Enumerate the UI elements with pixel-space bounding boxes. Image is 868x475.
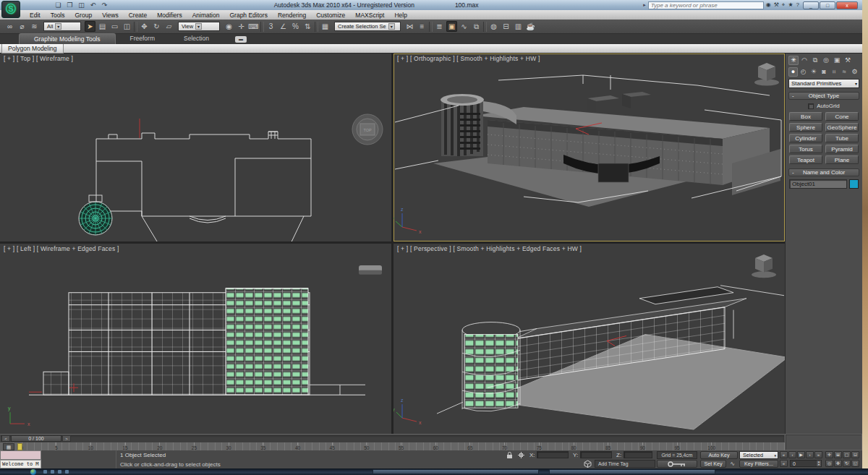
schematic-view-icon[interactable]: ⧉	[471, 21, 482, 32]
select-and-scale-icon[interactable]: ▱	[163, 21, 174, 32]
orbit-icon[interactable]: ↻	[843, 460, 851, 467]
taskbar-button[interactable]	[549, 469, 715, 474]
primitive-button[interactable]: Cone	[825, 112, 859, 121]
primitive-button[interactable]: Plane	[825, 155, 859, 164]
redo-icon[interactable]: ↷	[100, 1, 109, 9]
add-time-tag[interactable]: Add Time Tag	[595, 460, 655, 468]
primitive-button[interactable]: GeoSphere	[825, 123, 859, 132]
primitive-button[interactable]: Sphere	[789, 123, 822, 132]
toolbar-separator[interactable]	[134, 22, 137, 32]
helpers-category-icon[interactable]: ⌗	[830, 67, 839, 77]
time-slider-handle[interactable]: 0 / 100	[11, 435, 61, 442]
welcome-window-caption[interactable]: Welcome to M	[0, 460, 41, 468]
tower-wireframe[interactable]	[462, 322, 520, 411]
zoom-extents-icon[interactable]: ▢	[843, 451, 851, 458]
viewcube-left[interactable]	[359, 265, 382, 275]
select-and-link-icon[interactable]: ∞	[4, 21, 15, 32]
primitive-button[interactable]: Cylinder	[789, 134, 822, 142]
zoom-region-icon[interactable]: ◎	[825, 460, 833, 467]
menu-item[interactable]: Tools	[46, 12, 70, 19]
systems-category-icon[interactable]: ⚙	[850, 67, 859, 77]
primitive-button[interactable]: Box	[789, 112, 822, 121]
display-tab-icon[interactable]: ▣	[832, 56, 842, 65]
quick-launch-icons[interactable]	[43, 470, 69, 474]
zoom-extents-all-icon[interactable]: ⊡	[851, 451, 859, 458]
spiral-ramp-object[interactable]	[79, 195, 112, 235]
edit-named-selection-sets-icon[interactable]: ▦	[320, 21, 331, 32]
close-button[interactable]: x	[836, 1, 858, 9]
object-color-swatch[interactable]	[849, 179, 859, 189]
viewcube-ortho[interactable]	[754, 63, 779, 86]
minimize-button[interactable]: _	[803, 1, 819, 9]
track-bar[interactable]: ▦ 05101520253035404550556065707580859095…	[0, 442, 785, 450]
binoculars-search-icon[interactable]: ◉	[766, 1, 771, 9]
toolbar-separator[interactable]	[260, 22, 264, 32]
open-mini-curve-editor-icon[interactable]: ▦	[3, 443, 14, 450]
selection-set-key-dropdown[interactable]: Selected ▾	[739, 451, 778, 459]
viewcube-top[interactable]: TOP	[352, 114, 383, 145]
select-and-manipulate-icon[interactable]: ✛	[236, 21, 247, 32]
ribbon-tab[interactable]: Freeform	[116, 33, 169, 44]
infocenter-search-input[interactable]	[648, 1, 764, 9]
key-mode-toggle[interactable]: «	[780, 460, 788, 467]
rendered-frame-window-icon[interactable]: ▥	[513, 21, 524, 32]
keyboard-shortcut-override-icon[interactable]: ⌨	[248, 21, 259, 32]
ribbon-tab[interactable]: Graphite Modeling Tools	[19, 33, 116, 44]
selection-filter-dropdown[interactable]: All▾	[43, 22, 81, 31]
primitive-button[interactable]: Teapot	[789, 155, 822, 164]
menu-item[interactable]: Create	[124, 12, 153, 19]
mirror-icon[interactable]: ⋈	[404, 21, 415, 32]
viewport-orthographic[interactable]: [ + ] [ Orthographic ] [ Smooth + Highli…	[393, 54, 785, 241]
menu-item[interactable]: Edit	[25, 12, 46, 19]
z-coordinate-field[interactable]	[624, 451, 652, 458]
reference-coordinate-dropdown[interactable]: View▾	[178, 22, 220, 31]
taskbar-button[interactable]	[373, 469, 539, 474]
shapes-category-icon[interactable]: ◴	[799, 67, 808, 77]
track-bar-frame-marker[interactable]	[17, 443, 22, 450]
new-file-icon[interactable]: ❏	[54, 1, 63, 9]
geometry-category-icon[interactable]: ●	[788, 67, 798, 77]
communication-center-icon[interactable]: ⌖	[782, 1, 786, 9]
object-name-field[interactable]	[789, 179, 847, 189]
pan-view-icon[interactable]: ✥	[834, 460, 842, 467]
set-key-button[interactable]: Set Key	[700, 460, 726, 468]
ribbon-tab[interactable]: Selection	[169, 33, 224, 44]
cameras-category-icon[interactable]: ◙	[819, 67, 828, 77]
key-filters-curve-icon[interactable]: ∿	[728, 460, 737, 468]
selection-lock-icon[interactable]	[505, 451, 514, 459]
open-file-icon[interactable]: ❐	[65, 1, 75, 9]
primitive-button[interactable]: Torus	[789, 145, 822, 153]
hierarchy-tab-icon[interactable]: ⧉	[810, 56, 820, 65]
help-icon[interactable]: ?	[796, 1, 799, 9]
angle-snap-icon[interactable]: ∠	[278, 21, 289, 32]
rectangular-selection-region-icon[interactable]: ▭	[109, 21, 120, 32]
space-warps-category-icon[interactable]: ≈	[840, 67, 849, 77]
current-frame-field[interactable]: 0 ▲▼	[790, 460, 822, 467]
menu-item[interactable]: Views	[97, 12, 124, 19]
viewport-top[interactable]: [ + ] [ Top ] [ Wireframe ]	[0, 54, 391, 241]
frame-spinner[interactable]: ▲▼	[816, 461, 821, 466]
window-crossing-icon[interactable]: ◫	[122, 21, 132, 32]
y-coordinate-field[interactable]	[580, 451, 612, 458]
auto-key-button[interactable]: Auto Key	[700, 451, 738, 459]
unlink-selection-icon[interactable]: ⌀	[17, 21, 27, 32]
select-by-name-icon[interactable]: ▤	[97, 21, 108, 32]
viewcube-persp[interactable]	[752, 254, 776, 278]
menu-item[interactable]: Group	[70, 12, 98, 19]
viewport-ortho-label[interactable]: [ + ] [ Orthographic ] [ Smooth + Highli…	[397, 55, 540, 62]
infocenter-expand-icon[interactable]: ▸	[643, 2, 646, 8]
viewport-perspective[interactable]: [ + ] [ Perspective ] [ Smooth + Highlig…	[393, 244, 785, 434]
toolbar-separator[interactable]	[483, 22, 487, 32]
select-object-icon[interactable]: ➤	[85, 21, 95, 32]
motion-tab-icon[interactable]: ◎	[821, 56, 831, 65]
create-tab-icon[interactable]: ✳	[788, 56, 799, 65]
snaps-toggle-3d-icon[interactable]: 3	[265, 21, 276, 32]
maxscript-mini-listener[interactable]	[0, 450, 41, 460]
align-icon[interactable]: ≡	[417, 21, 427, 32]
next-frame-button[interactable]: ›	[806, 451, 814, 458]
absolute-offset-toggle-icon[interactable]	[516, 451, 526, 459]
modify-tab-icon[interactable]: ◠	[799, 56, 809, 65]
named-selection-sets-dropdown[interactable]: Create Selection Se▾	[334, 22, 401, 31]
primitive-button[interactable]: Tube	[825, 134, 859, 142]
go-to-end-button[interactable]: »	[814, 451, 822, 458]
